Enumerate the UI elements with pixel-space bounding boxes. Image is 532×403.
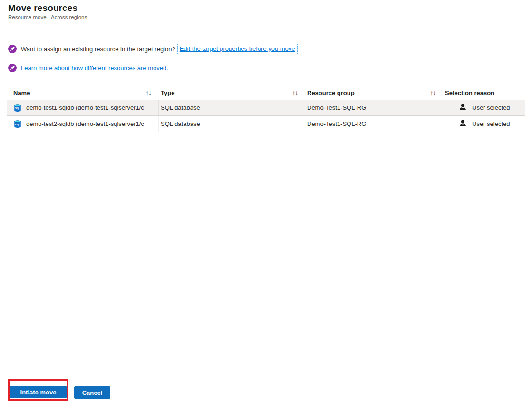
cell-resource-group: Demo-Test1-SQL-RG [305, 100, 443, 115]
cell-selection-reason: User selected [443, 100, 525, 115]
cell-name: SQL demo-test1-sqldb (demo-test1-sqlserv… [7, 100, 159, 115]
resource-name: demo-test2-sqldb (demo-test1-sqlserver1/… [26, 120, 144, 127]
notices-section: Want to assign an existing resource in t… [0, 21, 532, 73]
column-header-name[interactable]: Name ↑↓ [7, 86, 159, 100]
column-label: Selection reason [445, 89, 494, 96]
learn-more-link[interactable]: Learn more about how different resources… [21, 65, 168, 72]
notice-learn-more: Learn more about how different resources… [8, 63, 524, 73]
column-header-resource-group[interactable]: Resource group ↑↓ [305, 86, 443, 100]
cell-resource-group: Demo-Test1-SQL-RG [305, 116, 443, 132]
sort-arrows-icon: ↑↓ [146, 89, 152, 96]
sql-database-icon: SQL [13, 103, 22, 113]
sql-database-icon: SQL [13, 119, 22, 129]
table-header-row: Name ↑↓ Type ↑↓ Resource group ↑↓ Select… [7, 86, 525, 100]
notice-edit-target-properties: Want to assign an existing resource in t… [8, 44, 524, 54]
svg-text:SQL: SQL [15, 107, 20, 110]
table-row-demo-test2-sqldb[interactable]: SQL demo-test2-sqldb (demo-test1-sqlserv… [7, 116, 525, 132]
person-icon [458, 119, 467, 128]
column-label: Type [161, 89, 174, 96]
column-label: Resource group [307, 89, 355, 96]
cell-name: SQL demo-test2-sqldb (demo-test1-sqlserv… [7, 116, 159, 132]
resource-mover-rocket-icon [8, 64, 17, 72]
footer-action-bar: Intiate move Cancel [0, 372, 532, 403]
svg-text:SQL: SQL [15, 123, 20, 126]
resource-mover-rocket-icon [8, 45, 17, 53]
move-resources-page: Move resources Resource move - Across re… [0, 0, 532, 403]
cancel-button[interactable]: Cancel [74, 386, 110, 399]
page-subtitle: Resource move - Across regions [8, 14, 524, 20]
edit-target-properties-link[interactable]: Edit the target properties before you mo… [177, 44, 298, 54]
red-highlight-annotation: Intiate move [8, 379, 68, 401]
person-icon [458, 103, 467, 112]
column-header-selection-reason: Selection reason [443, 86, 525, 100]
sort-arrows-icon: ↑↓ [292, 89, 298, 96]
column-label: Name [13, 89, 30, 96]
cell-type: SQL database [159, 100, 305, 115]
resource-name: demo-test1-sqldb (demo-test1-sqlserver1/… [26, 104, 144, 111]
cell-type: SQL database [159, 116, 305, 132]
column-header-type[interactable]: Type ↑↓ [159, 86, 305, 100]
resources-table: Name ↑↓ Type ↑↓ Resource group ↑↓ Select… [7, 86, 525, 132]
page-title: Move resources [8, 3, 524, 13]
notice-text: Want to assign an existing resource in t… [21, 46, 175, 53]
page-header: Move resources Resource move - Across re… [0, 0, 532, 21]
table-row-demo-test1-sqldb[interactable]: SQL demo-test1-sqldb (demo-test1-sqlserv… [7, 100, 525, 116]
sort-arrows-icon: ↑↓ [430, 89, 436, 96]
cell-selection-reason: User selected [443, 116, 525, 132]
selection-reason-text: User selected [472, 120, 510, 127]
initiate-move-button[interactable]: Intiate move [10, 386, 67, 398]
selection-reason-text: User selected [472, 104, 510, 111]
